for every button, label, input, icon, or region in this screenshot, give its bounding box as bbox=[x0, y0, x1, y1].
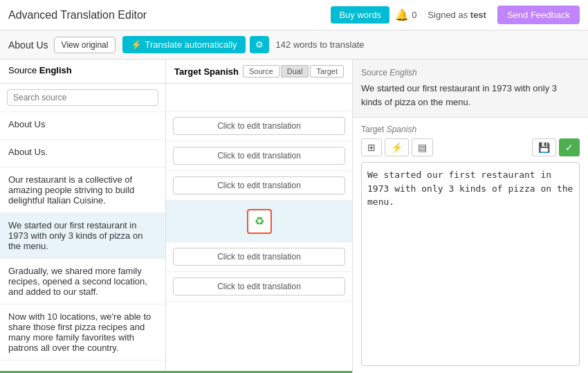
target-row: Click to edit translation bbox=[166, 171, 352, 201]
search-box bbox=[0, 84, 165, 112]
source-row: About Us. bbox=[0, 140, 165, 167]
source-column: About Us About Us. Our restaurant is a c… bbox=[0, 84, 166, 371]
left-panel: Source English Target Spanish Source Dua… bbox=[0, 60, 353, 373]
auto-translate-button[interactable]: ⚡ bbox=[385, 138, 409, 156]
app-title: Advanced Translation Editor bbox=[8, 9, 331, 21]
source-col-header: Source English bbox=[0, 60, 166, 83]
target-textarea[interactable]: We started our first restaurant in 1973 … bbox=[361, 162, 580, 366]
target-toolbar: ⊞ ⚡ ▤ 💾 ✓ bbox=[361, 138, 580, 156]
source-row: Our restaurant is a collective of amazin… bbox=[0, 167, 165, 213]
right-source-text: We started our first restaurant in 1973 … bbox=[361, 82, 580, 109]
translate-settings-button[interactable]: ⚙ bbox=[250, 36, 269, 53]
panels-header: Source English Target Spanish Source Dua… bbox=[0, 60, 352, 84]
bell-icon: 🔔 bbox=[395, 8, 409, 21]
right-source-label: Source English bbox=[361, 68, 580, 78]
translate-auto-button[interactable]: ⚡ Translate automatically bbox=[122, 36, 245, 53]
sub-bar: About Us View original ⚡ Translate autom… bbox=[0, 30, 588, 60]
buy-words-button[interactable]: Buy words bbox=[331, 6, 389, 24]
source-row-highlighted: We started our first restaurant in 1973 … bbox=[0, 213, 165, 259]
target-row: Click to edit translation bbox=[166, 272, 352, 302]
source-row: Gradually, we shared more family recipes… bbox=[0, 259, 165, 304]
words-count: 142 words to translate bbox=[276, 39, 365, 50]
bolt-icon: ⚡ bbox=[131, 39, 142, 50]
page-breadcrumb: About Us bbox=[8, 39, 48, 51]
source-row: Now with 10 locations, we're able to sha… bbox=[0, 304, 165, 361]
history-button[interactable]: ▤ bbox=[412, 138, 433, 156]
right-panel: Source English We started our first rest… bbox=[353, 60, 588, 373]
notification-count: 0 bbox=[412, 10, 416, 20]
signed-as: Signed as test bbox=[428, 10, 486, 20]
click-to-edit-button[interactable]: Click to edit translation bbox=[173, 176, 345, 194]
target-row: Click to edit translation bbox=[166, 141, 352, 171]
target-column: Click to edit translation Click to edit … bbox=[166, 84, 352, 371]
top-bar: Advanced Translation Editor Buy words 🔔 … bbox=[0, 0, 588, 30]
view-original-button[interactable]: View original bbox=[54, 37, 116, 53]
click-to-edit-button[interactable]: Click to edit translation bbox=[173, 147, 345, 165]
right-target-label: Target Spanish bbox=[361, 125, 580, 134]
target-row-highlighted: ♻ bbox=[166, 201, 352, 242]
tab-target[interactable]: Target bbox=[310, 65, 344, 78]
panels-body: About Us About Us. Our restaurant is a c… bbox=[0, 84, 352, 371]
tab-source[interactable]: Source bbox=[243, 65, 279, 78]
click-to-edit-button[interactable]: Click to edit translation bbox=[173, 278, 345, 295]
tab-dual[interactable]: Dual bbox=[281, 65, 309, 78]
right-target-section: Target Spanish ⊞ ⚡ ▤ 💾 ✓ We started our … bbox=[353, 118, 588, 373]
target-row: Click to edit translation bbox=[166, 242, 352, 272]
target-col-header: Target Spanish Source Dual Target bbox=[166, 60, 352, 83]
main-content: Source English Target Spanish Source Dua… bbox=[0, 60, 588, 373]
source-row: About Us bbox=[0, 112, 165, 140]
drag-handle-overlay: ♻ bbox=[247, 209, 272, 234]
search-input[interactable] bbox=[7, 89, 158, 106]
recycle-icon: ♻ bbox=[255, 215, 264, 228]
view-tabs: Source Dual Target bbox=[243, 65, 344, 78]
send-feedback-button[interactable]: Send Feedback bbox=[497, 6, 580, 24]
confirm-button[interactable]: ✓ bbox=[559, 138, 580, 156]
right-source-section: Source English We started our first rest… bbox=[353, 60, 588, 118]
copy-source-button[interactable]: ⊞ bbox=[361, 138, 382, 156]
click-to-edit-button[interactable]: Click to edit translation bbox=[173, 117, 345, 135]
notification-area: 🔔 0 bbox=[395, 8, 416, 21]
click-to-edit-button[interactable]: Click to edit translation bbox=[173, 248, 345, 266]
target-row: Click to edit translation bbox=[166, 111, 352, 141]
save-button[interactable]: 💾 bbox=[532, 138, 556, 156]
